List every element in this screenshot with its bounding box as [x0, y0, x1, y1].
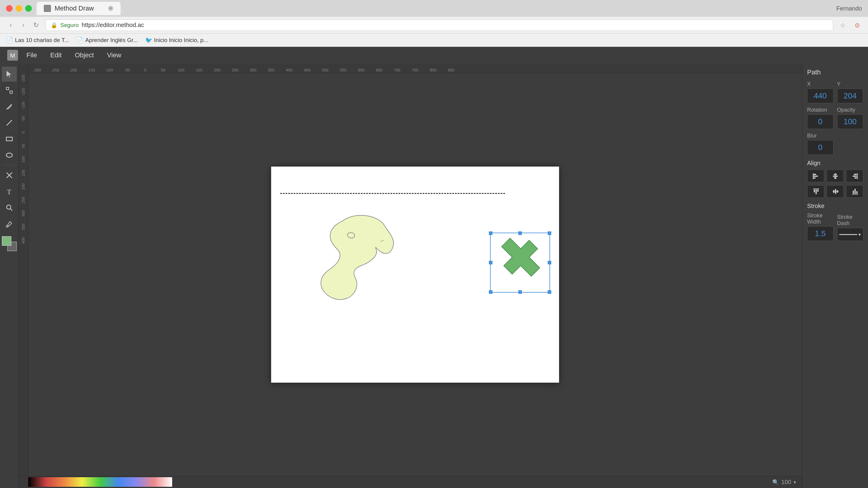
ruler-left-num: -100	[21, 102, 26, 109]
cross-shape[interactable]	[491, 233, 551, 293]
y-input[interactable]	[837, 89, 864, 103]
color-swatches[interactable]	[2, 236, 17, 251]
right-panel: Path X Y Rotation Opacity	[802, 64, 868, 488]
handle-bl[interactable]	[489, 290, 493, 294]
ruler-num: -100	[100, 68, 118, 72]
stroke-row: Stroke Width Stroke Dash ▾	[807, 212, 863, 241]
stroke-dash-picker[interactable]: ▾	[837, 228, 864, 241]
handle-tr[interactable]	[548, 231, 551, 235]
zoom-dropdown-icon[interactable]: ▾	[794, 479, 796, 485]
svg-rect-3	[10, 91, 12, 93]
select-tool[interactable]	[2, 67, 17, 82]
zoom-value: 100	[781, 479, 791, 486]
ruler-left-num: -200	[21, 75, 26, 82]
extensions-icon[interactable]: ⊙	[852, 21, 862, 30]
blur-label: Blur	[807, 133, 834, 139]
ruler-num: 250	[226, 68, 244, 72]
rect-tool[interactable]	[2, 132, 17, 146]
rotation-input[interactable]	[807, 114, 834, 129]
close-button[interactable]	[6, 5, 12, 12]
fill-swatch[interactable]	[2, 236, 11, 246]
node-tool[interactable]	[2, 83, 17, 98]
dash-line-preview	[839, 234, 857, 235]
line-tool[interactable]	[2, 115, 17, 130]
handle-tm[interactable]	[518, 231, 522, 235]
remove-tool[interactable]	[2, 168, 17, 183]
svg-rect-26	[815, 190, 817, 194]
svg-rect-23	[855, 177, 857, 178]
menu-file[interactable]: File	[21, 49, 43, 61]
menu-bar: M File Edit Object View	[0, 47, 868, 64]
x-input[interactable]	[807, 89, 834, 103]
ruler-num: 0	[136, 68, 154, 72]
browser-tab[interactable]: Method Draw ×	[37, 2, 121, 15]
eyedropper-tool[interactable]	[2, 217, 17, 231]
svg-rect-27	[817, 190, 818, 192]
align-right[interactable]	[846, 170, 863, 182]
ruler-num: 150	[190, 68, 208, 72]
address-bar[interactable]: 🔒 Seguro https://editor.method.ac	[45, 20, 833, 31]
opacity-input[interactable]	[837, 114, 864, 129]
color-palette[interactable]	[28, 477, 172, 487]
forward-button[interactable]: ›	[19, 21, 28, 30]
bookmark-1[interactable]: 📄 Las 10 charlas de T...	[6, 37, 69, 44]
align-top[interactable]	[807, 185, 824, 198]
bookmark-2[interactable]: 📄 Aprender Inglés Gr...	[76, 37, 138, 44]
handle-ml[interactable]	[489, 261, 493, 264]
pencil-tool[interactable]	[2, 99, 17, 114]
align-middle-v[interactable]	[827, 185, 844, 198]
selection-box[interactable]	[490, 233, 550, 293]
title-bar: Method Draw × Fernando	[0, 0, 868, 17]
nav-bar: ‹ › ↻ 🔒 Seguro https://editor.method.ac …	[0, 17, 868, 34]
ellipse-tool[interactable]	[2, 148, 17, 163]
stroke-width-field: Stroke Width	[807, 212, 834, 241]
rotation-field: Rotation	[807, 107, 834, 129]
handle-br[interactable]	[548, 290, 551, 294]
canvas-area: -300 -250 -200 -150 -100 -50 0 50 100 15…	[19, 64, 802, 488]
text-tool[interactable]: T	[2, 184, 17, 199]
handle-tl[interactable]	[489, 231, 493, 235]
bookmark-star[interactable]: ☆	[838, 21, 847, 30]
align-left[interactable]	[807, 170, 824, 182]
ruler-num: -250	[46, 68, 64, 72]
panel-title: Path	[807, 68, 863, 76]
stroke-width-input[interactable]	[807, 226, 834, 241]
x-field: X	[807, 81, 834, 103]
opacity-field: Opacity	[837, 107, 864, 129]
svg-point-12	[6, 225, 8, 227]
secure-label: Seguro	[60, 22, 79, 29]
menu-edit[interactable]: Edit	[44, 49, 67, 61]
y-field: Y	[837, 81, 864, 103]
ruler-num: 750	[406, 68, 424, 72]
refresh-button[interactable]: ↻	[31, 21, 41, 30]
blur-input[interactable]	[807, 140, 834, 155]
blob-shape[interactable]	[295, 203, 415, 305]
ruler-num: -200	[64, 68, 82, 72]
zoom-tool[interactable]	[2, 200, 17, 215]
back-button[interactable]: ‹	[6, 21, 16, 30]
ruler-num: 300	[244, 68, 262, 72]
menu-object[interactable]: Object	[69, 49, 100, 61]
menu-view[interactable]: View	[101, 49, 127, 61]
zoom-icon: 🔍	[772, 479, 779, 486]
y-label: Y	[837, 81, 864, 87]
ruler-left-num: 150	[21, 170, 26, 176]
svg-rect-25	[814, 190, 815, 192]
tab-close-button[interactable]: ×	[108, 6, 113, 11]
handle-mr[interactable]	[548, 261, 551, 264]
canvas-paper[interactable]	[271, 167, 559, 383]
ruler-num: -300	[28, 68, 46, 72]
minimize-button[interactable]	[16, 5, 22, 12]
ruler-left-num: 100	[21, 156, 26, 163]
bookmark-3[interactable]: 🐦 Inicio Inicio Inicio, p...	[145, 37, 209, 44]
align-bottom[interactable]	[846, 185, 863, 198]
align-center-h[interactable]	[827, 170, 844, 182]
ruler-num: -150	[82, 68, 100, 72]
handle-bm[interactable]	[518, 290, 522, 294]
ruler-num: 700	[388, 68, 406, 72]
maximize-button[interactable]	[25, 5, 32, 12]
ruler-corner	[19, 64, 28, 73]
rotation-label: Rotation	[807, 107, 834, 113]
ruler-num: 400	[280, 68, 298, 72]
svg-rect-5	[6, 137, 12, 141]
